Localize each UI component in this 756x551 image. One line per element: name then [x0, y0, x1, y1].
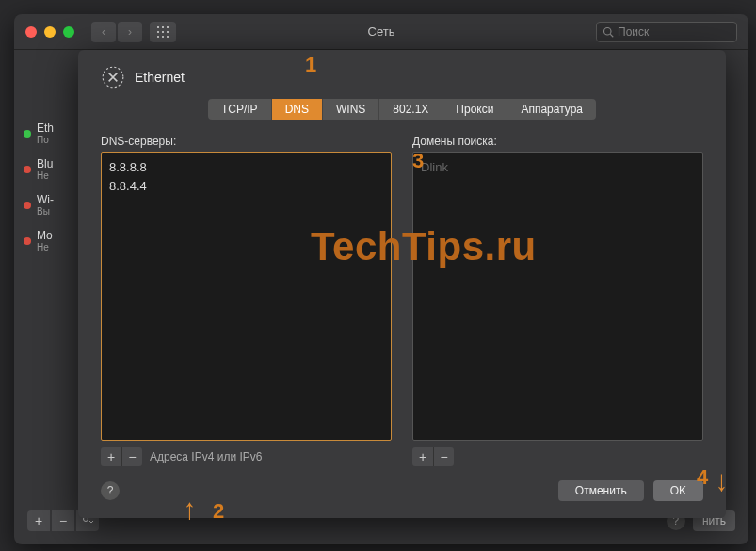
dns-servers-label: DNS-серверы:: [101, 135, 392, 148]
grid-button[interactable]: [150, 22, 176, 42]
titlebar: ‹ › Сеть Поиск: [14, 14, 748, 50]
sidebar-item-modem[interactable]: MoНе: [24, 223, 69, 259]
svg-rect-4: [162, 31, 164, 33]
tab-wins[interactable]: WINS: [323, 99, 379, 120]
remove-interface-button[interactable]: −: [52, 510, 74, 531]
search-domain-placeholder: Dlink: [421, 158, 695, 177]
svg-rect-1: [162, 26, 164, 28]
tab-tcpip[interactable]: TCP/IP: [208, 99, 272, 120]
advanced-sheet: Ethernet TCP/IP DNS WINS 802.1X Прокси А…: [78, 50, 726, 518]
add-domain-button[interactable]: +: [412, 447, 433, 466]
ok-button[interactable]: OK: [653, 480, 703, 501]
sidebar-item-sub: Не: [37, 170, 53, 181]
traffic-lights: [25, 26, 74, 38]
close-icon[interactable]: [25, 26, 37, 38]
nav-buttons: ‹ ›: [91, 22, 142, 42]
search-placeholder: Поиск: [618, 25, 649, 39]
svg-rect-2: [167, 26, 169, 28]
search-input[interactable]: Поиск: [596, 22, 737, 42]
interface-name: Ethernet: [135, 70, 185, 85]
add-dns-button[interactable]: +: [101, 447, 121, 466]
tab-hardware[interactable]: Аппаратура: [507, 99, 596, 120]
svg-rect-6: [157, 36, 159, 38]
sidebar-item-bluetooth[interactable]: BluНе: [24, 152, 69, 187]
svg-rect-5: [167, 31, 169, 33]
back-button[interactable]: ‹: [91, 22, 116, 42]
svg-rect-7: [162, 36, 164, 38]
search-icon: [603, 26, 614, 38]
add-interface-button[interactable]: +: [27, 510, 50, 531]
svg-line-10: [610, 34, 613, 37]
dns-content: DNS-серверы: 8.8.8.8 8.8.4.4 + − Адреса …: [101, 135, 703, 467]
status-dot-icon: [24, 237, 31, 245]
status-dot-icon: [24, 202, 31, 209]
sidebar-item-sub: Не: [37, 242, 53, 252]
sidebar-item-wifi[interactable]: Wi-Вы: [24, 187, 69, 223]
tab-dns[interactable]: DNS: [272, 99, 323, 120]
grid-icon: [157, 26, 169, 38]
cancel-button[interactable]: Отменить: [558, 480, 644, 501]
tab-8021x[interactable]: 802.1X: [379, 99, 442, 120]
window-title: Сеть: [368, 24, 395, 39]
sidebar-item-sub: По: [37, 135, 54, 145]
status-dot-icon: [24, 166, 31, 173]
interface-sidebar: EthПо BluНе Wi-Вы MoНе: [14, 50, 69, 544]
search-domains-label: Домены поиска:: [412, 135, 703, 148]
tab-proxies[interactable]: Прокси: [442, 99, 507, 120]
zoom-icon[interactable]: [63, 26, 74, 38]
sidebar-item-label: Eth: [37, 122, 54, 135]
sheet-header: Ethernet: [101, 65, 703, 89]
svg-rect-8: [167, 36, 169, 38]
sheet-footer: ? Отменить OK: [101, 480, 703, 501]
sidebar-item-sub: Вы: [37, 206, 54, 217]
dns-server-entry[interactable]: 8.8.8.8: [109, 158, 383, 177]
sidebar-item-label: Blu: [37, 158, 53, 170]
sidebar-item-label: Wi-: [37, 194, 54, 206]
dns-servers-column: DNS-серверы: 8.8.8.8 8.8.4.4 + − Адреса …: [101, 135, 392, 467]
search-domains-list[interactable]: Dlink: [412, 152, 703, 441]
sheet-help-button[interactable]: ?: [101, 481, 120, 500]
search-domains-column: Домены поиска: Dlink + −: [412, 135, 703, 467]
tab-bar: TCP/IP DNS WINS 802.1X Прокси Аппаратура: [101, 99, 703, 120]
svg-point-9: [604, 27, 612, 35]
ethernet-icon: [101, 65, 125, 89]
svg-rect-3: [157, 31, 159, 33]
remove-dns-button[interactable]: −: [121, 447, 142, 466]
remove-domain-button[interactable]: −: [433, 447, 454, 466]
dns-server-entry[interactable]: 8.8.4.4: [109, 177, 383, 196]
sidebar-item-ethernet[interactable]: EthПо: [24, 116, 69, 152]
svg-rect-0: [157, 26, 159, 28]
status-dot-icon: [24, 130, 31, 138]
dns-servers-list[interactable]: 8.8.8.8 8.8.4.4: [101, 152, 392, 441]
sidebar-item-label: Mo: [37, 230, 53, 242]
forward-button[interactable]: ›: [118, 22, 142, 42]
minimize-icon[interactable]: [44, 26, 56, 38]
dns-hint: Адреса IPv4 или IPv6: [150, 450, 262, 463]
